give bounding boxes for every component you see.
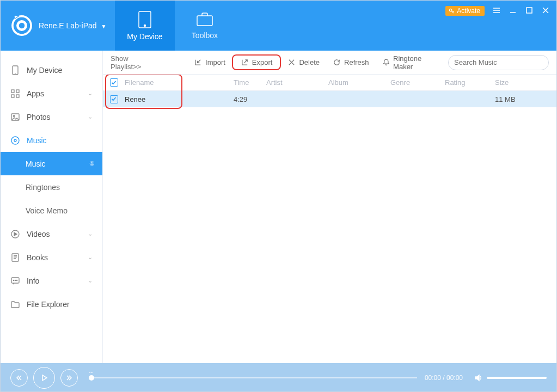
disc-icon bbox=[10, 136, 20, 145]
play-circle-icon bbox=[10, 229, 20, 239]
svg-point-6 bbox=[450, 9, 452, 11]
checkbox-icon bbox=[110, 78, 118, 87]
message-icon bbox=[10, 276, 20, 286]
play-icon bbox=[40, 373, 48, 382]
progress-track[interactable]: -- bbox=[89, 377, 417, 378]
now-playing-label: -- bbox=[89, 369, 93, 375]
sidebar-label: Apps bbox=[27, 89, 44, 98]
header-checkbox-cell[interactable] bbox=[103, 78, 125, 87]
prev-button[interactable] bbox=[10, 369, 28, 387]
progress-head[interactable] bbox=[89, 375, 94, 381]
logo-block: Rene.E Lab-iPad ▼ bbox=[1, 1, 115, 51]
sidebar-item-info[interactable]: Info ⌄ bbox=[1, 269, 102, 292]
svg-point-22 bbox=[15, 280, 15, 280]
delete-button[interactable]: Delete bbox=[281, 55, 326, 70]
volume-control[interactable] bbox=[474, 373, 547, 382]
show-playlist-link[interactable]: Show Playlist>> bbox=[111, 54, 174, 71]
volume-icon bbox=[474, 373, 482, 382]
header-genre[interactable]: Genre bbox=[390, 78, 445, 87]
window-controls: Activate bbox=[445, 1, 556, 51]
svg-point-23 bbox=[16, 280, 17, 280]
checkbox-icon bbox=[110, 95, 118, 103]
export-button[interactable]: Export bbox=[232, 54, 281, 70]
svg-point-4 bbox=[144, 25, 146, 27]
sidebar-item-file-explorer[interactable]: File Explorer bbox=[1, 292, 102, 316]
svg-rect-12 bbox=[11, 95, 14, 97]
sidebar-item-photos[interactable]: Photos ⌄ bbox=[1, 105, 102, 128]
table-row[interactable]: Renee 4:29 11 MB bbox=[103, 91, 556, 107]
import-label: Import bbox=[205, 58, 225, 66]
chevron-down-icon: ⌄ bbox=[88, 230, 93, 237]
svg-point-16 bbox=[11, 137, 19, 144]
delete-label: Delete bbox=[299, 58, 320, 66]
sidebar-item-my-device[interactable]: My Device bbox=[1, 58, 102, 82]
svg-point-17 bbox=[14, 139, 16, 142]
title-bar: Rene.E Lab-iPad ▼ My Device Toolbox Acti… bbox=[1, 1, 556, 51]
sidebar-label: File Explorer bbox=[27, 300, 70, 309]
book-icon bbox=[10, 253, 20, 262]
folder-icon bbox=[10, 299, 20, 309]
import-icon bbox=[194, 58, 202, 66]
menu-icon[interactable] bbox=[492, 6, 501, 15]
player-bar: -- 00:00 / 00:00 bbox=[1, 363, 556, 392]
cell-filename: Renee bbox=[125, 95, 234, 103]
sidebar-sub-ringtones[interactable]: Ringtones bbox=[1, 175, 102, 199]
refresh-label: Refresh bbox=[344, 58, 369, 66]
device-name-label: Rene.E Lab-iPad bbox=[39, 21, 97, 30]
ringtone-maker-button[interactable]: Ringtone Maker bbox=[376, 51, 448, 74]
sidebar-item-apps[interactable]: Apps ⌄ bbox=[1, 82, 102, 105]
sidebar-label: Music bbox=[27, 136, 47, 145]
header-time[interactable]: Time bbox=[234, 78, 266, 87]
search-input[interactable] bbox=[454, 58, 546, 66]
toolbar: Show Playlist>> Import Export Delete Ref… bbox=[103, 51, 556, 75]
sidebar-sub-label: Voice Memo bbox=[26, 206, 68, 215]
sidebar-sub-music[interactable]: Music ① bbox=[1, 152, 102, 175]
delete-icon bbox=[287, 58, 296, 66]
header-rating[interactable]: Rating bbox=[445, 78, 495, 87]
image-icon bbox=[10, 112, 20, 122]
sidebar-item-books[interactable]: Books ⌄ bbox=[1, 246, 102, 269]
refresh-icon bbox=[333, 58, 341, 66]
play-button[interactable] bbox=[33, 367, 55, 389]
svg-point-9 bbox=[15, 73, 16, 74]
header-filename[interactable]: Filename bbox=[125, 78, 234, 87]
body: My Device Apps ⌄ Photos ⌄ Music Music ① … bbox=[1, 51, 556, 363]
sidebar-label: Books bbox=[27, 253, 48, 262]
chevron-down-icon: ⌄ bbox=[88, 113, 93, 120]
sidebar-item-videos[interactable]: Videos ⌄ bbox=[1, 222, 102, 246]
sidebar-sub-label: Music bbox=[26, 160, 46, 168]
sidebar-item-music[interactable]: Music bbox=[1, 128, 102, 152]
header-artist[interactable]: Artist bbox=[266, 78, 328, 87]
tab-my-device[interactable]: My Device bbox=[115, 1, 175, 51]
close-icon[interactable] bbox=[541, 6, 550, 15]
music-table: Filename Time Artist Album Genre Rating … bbox=[103, 75, 556, 363]
tab-toolbox-label: Toolbox bbox=[192, 31, 218, 40]
search-box[interactable] bbox=[448, 55, 549, 70]
minimize-icon[interactable] bbox=[509, 6, 517, 15]
svg-rect-10 bbox=[11, 90, 14, 93]
tab-toolbox[interactable]: Toolbox bbox=[175, 1, 235, 51]
sidebar-sub-label: Ringtones bbox=[26, 183, 60, 192]
count-badge: ① bbox=[89, 160, 95, 167]
sidebar: My Device Apps ⌄ Photos ⌄ Music Music ① … bbox=[1, 51, 103, 363]
cell-size: 11 MB bbox=[495, 95, 538, 103]
refresh-button[interactable]: Refresh bbox=[326, 55, 376, 70]
header-size[interactable]: Size bbox=[495, 78, 538, 87]
cell-time: 4:29 bbox=[234, 95, 266, 103]
chevron-down-icon: ⌄ bbox=[88, 254, 93, 261]
svg-rect-19 bbox=[12, 254, 19, 261]
progress-line bbox=[89, 377, 417, 378]
volume-slider[interactable] bbox=[487, 377, 547, 379]
row-checkbox-cell[interactable] bbox=[103, 95, 125, 103]
next-button[interactable] bbox=[60, 369, 78, 387]
chevron-down-icon: ⌄ bbox=[88, 90, 93, 97]
sidebar-label: Videos bbox=[27, 230, 50, 238]
sidebar-sub-voice-memo[interactable]: Voice Memo bbox=[1, 199, 102, 222]
device-selector[interactable]: Rene.E Lab-iPad ▼ bbox=[39, 21, 106, 30]
maximize-icon[interactable] bbox=[525, 6, 534, 15]
export-icon bbox=[241, 58, 249, 66]
content-pane: Show Playlist>> Import Export Delete Ref… bbox=[103, 51, 556, 363]
activate-button[interactable]: Activate bbox=[445, 6, 485, 16]
header-album[interactable]: Album bbox=[328, 78, 390, 87]
import-button[interactable]: Import bbox=[187, 55, 232, 70]
